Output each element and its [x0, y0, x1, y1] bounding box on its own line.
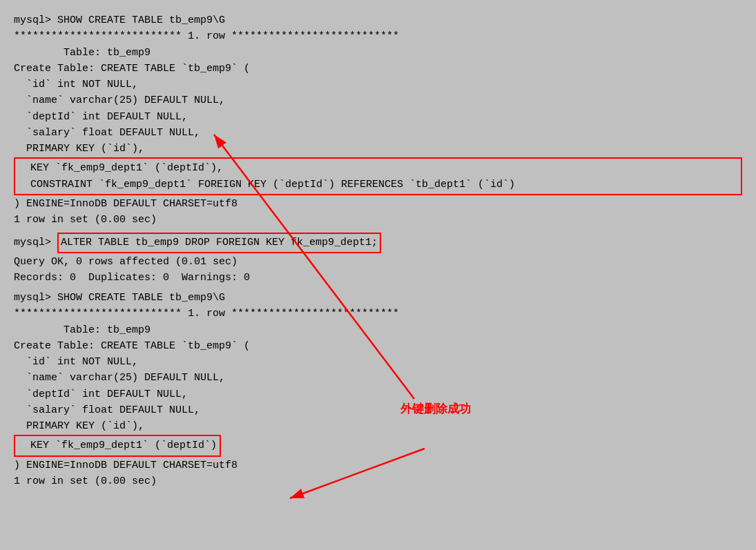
- rowinfo-1: 1 row in set (0.00 sec): [14, 212, 742, 228]
- closing-3: ) ENGINE=InnoDB DEFAULT CHARSET=utf8: [14, 458, 742, 473]
- col4-1: `salary` float DEFAULT NULL,: [14, 125, 742, 141]
- foreign-key-box-1: KEY `fk_emp9_dept1` (`deptId`), CONSTRAI…: [14, 157, 742, 195]
- annotation-container: 外键删除成功: [400, 400, 471, 418]
- cmd-line-3: mysql> SHOW CREATE TABLE tb_emp9\G: [14, 290, 742, 306]
- col2-1: `name` varchar(25) DEFAULT NULL,: [14, 92, 742, 108]
- closing-1: ) ENGINE=InnoDB DEFAULT CHARSET=utf8: [14, 196, 742, 212]
- col1-3: `id` int NOT NULL,: [14, 354, 742, 370]
- create-label-1: Create Table: CREATE TABLE `tb_emp9` (: [14, 61, 742, 77]
- pk-1: PRIMARY KEY (`id`),: [14, 141, 742, 157]
- separator-1: *************************** 1. row *****…: [14, 28, 742, 44]
- pk-3: PRIMARY KEY (`id`),: [14, 418, 742, 434]
- mysql-prompt-2: mysql>: [14, 237, 57, 248]
- create-label-3: Create Table: CREATE TABLE `tb_emp9` (: [14, 338, 742, 354]
- constraint-line-1: CONSTRAINT `fk_emp9_dept1` FOREIGN KEY (…: [18, 177, 738, 193]
- foreign-key-box-3: KEY `fk_emp9_dept1` (`deptId`): [14, 435, 221, 456]
- alter-cmd-text: ALTER TABLE tb_emp9 DROP FOREIGN KEY fk_…: [61, 237, 378, 248]
- alter-result-1: Query OK, 0 rows affected (0.01 sec): [14, 254, 742, 270]
- separator-3: *************************** 1. row *****…: [14, 306, 742, 322]
- annotation-text: 外键删除成功: [400, 402, 471, 415]
- key-line-3: KEY `fk_emp9_dept1` (`deptId`): [18, 440, 217, 451]
- col1-1: `id` int NOT NULL,: [14, 77, 742, 92]
- col2-3: `name` varchar(25) DEFAULT NULL,: [14, 370, 742, 386]
- alter-result-2: Records: 0 Duplicates: 0 Warnings: 0: [14, 270, 742, 286]
- key-line-1: KEY `fk_emp9_dept1` (`deptId`),: [18, 160, 738, 176]
- cmd-line-1: mysql> SHOW CREATE TABLE tb_emp9\G: [14, 12, 742, 28]
- rowinfo-3: 1 row in set (0.00 sec): [14, 473, 742, 489]
- section-alter: mysql> ALTER TABLE tb_emp9 DROP FOREIGN …: [14, 232, 742, 286]
- terminal-window: mysql> SHOW CREATE TABLE tb_emp9\G *****…: [11, 7, 745, 498]
- table-label-3: Table: tb_emp9: [14, 322, 742, 338]
- section-show-after: mysql> SHOW CREATE TABLE tb_emp9\G *****…: [14, 290, 742, 489]
- table-label-1: Table: tb_emp9: [14, 45, 742, 61]
- alter-cmd-box: ALTER TABLE tb_emp9 DROP FOREIGN KEY fk_…: [57, 233, 381, 253]
- section-show-before: mysql> SHOW CREATE TABLE tb_emp9\G *****…: [14, 12, 742, 228]
- col3-3: `deptId` int DEFAULT NULL,: [14, 386, 742, 402]
- col4-3: `salary` float DEFAULT NULL,: [14, 402, 742, 418]
- col3-1: `deptId` int DEFAULT NULL,: [14, 109, 742, 125]
